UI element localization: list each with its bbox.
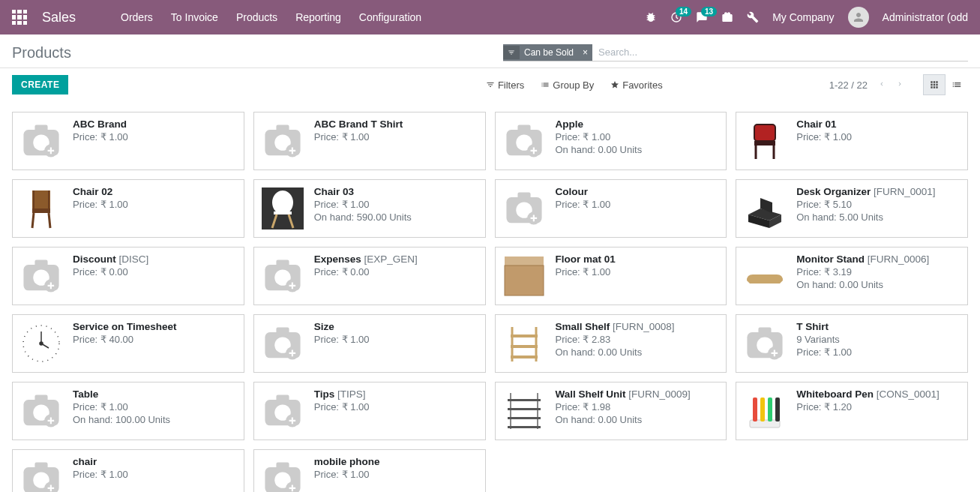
pager-prev[interactable] [875,76,889,94]
product-body: Floor mat 01Price: ₹ 1.00 [556,254,721,298]
svg-rect-31 [511,345,538,348]
product-card[interactable]: mobile phonePrice: ₹ 1.00 [253,449,486,492]
product-thumbnail [742,254,787,298]
product-title: Table [73,388,238,400]
product-card[interactable]: Whiteboard Pen [CONS_0001]Price: ₹ 1.20 [736,382,968,440]
product-card[interactable]: Chair 03Price: ₹ 1.00On hand: 590.00 Uni… [253,179,486,238]
product-card[interactable]: Service on TimesheetPrice: ₹ 40.00 [12,314,244,373]
product-title: Floor mat 01 [556,254,721,265]
product-card[interactable]: Chair 01Price: ₹ 1.00 [736,112,968,170]
product-price: Price: ₹ 1.00 [73,199,238,210]
product-body: TablePrice: ₹ 1.00On hand: 100.00 Units [73,388,238,434]
svg-line-26 [41,344,49,348]
product-price: Price: ₹ 1.00 [314,401,479,412]
product-thumbnail [19,254,64,298]
product-thumbnail [260,254,305,298]
menu-to-invoice[interactable]: To Invoice [171,11,218,23]
pager-text: 1-22 / 22 [829,80,868,91]
list-view-button[interactable] [946,74,968,95]
product-sku: [TIPS] [334,388,365,400]
product-card[interactable]: Expenses [EXP_GEN]Price: ₹ 0.00 [253,247,486,305]
user-avatar[interactable] [848,7,869,28]
product-price: Price: ₹ 0.00 [314,266,479,278]
product-card[interactable]: Tips [TIPS]Price: ₹ 1.00 [253,382,486,440]
create-button[interactable]: CREATE [12,75,68,94]
product-thumbnail [260,118,305,164]
top-navbar: Sales Orders To Invoice Products Reporti… [0,0,980,34]
activity-icon[interactable]: 14 [670,11,682,23]
product-thumbnail [742,321,787,366]
gift-icon[interactable] [721,11,733,23]
pager: 1-22 / 22 [829,76,907,94]
favorites-button[interactable]: Favorites [610,80,662,91]
product-body: Service on TimesheetPrice: ₹ 40.00 [73,321,238,366]
product-body: Chair 01Price: ₹ 1.00 [796,118,961,164]
product-card[interactable]: ABC BrandPrice: ₹ 1.00 [12,112,244,170]
filter-chip-close[interactable]: × [578,47,592,58]
product-title: T Shirt [796,321,961,332]
kanban-view-button[interactable] [923,74,946,95]
svg-rect-38 [508,426,541,428]
bug-icon[interactable] [645,11,657,23]
product-body: Chair 02Price: ₹ 1.00 [73,186,238,231]
product-sku: [FURN_0006] [865,254,929,265]
product-title: Chair 01 [796,118,961,130]
company-name[interactable]: My Company [772,11,834,23]
product-card[interactable]: Discount [DISC]Price: ₹ 0.00 [12,247,244,305]
product-variants: 9 Variants [796,334,961,345]
brand[interactable]: Sales [42,10,76,26]
product-thumbnail [260,186,305,231]
chat-icon[interactable]: 13 [696,11,708,23]
menu-products[interactable]: Products [236,11,277,23]
product-thumbnail [260,456,305,492]
product-body: Tips [TIPS]Price: ₹ 1.00 [314,388,479,434]
product-card[interactable]: TablePrice: ₹ 1.00On hand: 100.00 Units [12,382,244,440]
product-card[interactable]: ColourPrice: ₹ 1.00 [495,179,727,238]
page-title: Products [12,44,71,62]
filters-button[interactable]: Filters [486,80,524,91]
svg-rect-1 [754,124,775,141]
svg-rect-21 [505,256,544,266]
svg-line-9 [49,213,50,228]
product-price: Price: ₹ 5.10 [796,199,961,210]
product-card[interactable]: Monitor Stand [FURN_0006]Price: ₹ 3.19On… [736,247,968,305]
product-sku: [FURN_0008] [610,321,674,332]
product-body: ColourPrice: ₹ 1.00 [556,186,721,231]
product-body: mobile phonePrice: ₹ 1.00 [314,456,479,492]
svg-rect-35 [508,399,541,401]
product-sku: [FURN_0001] [871,186,935,197]
menu-orders[interactable]: Orders [121,11,153,23]
menu-reporting[interactable]: Reporting [295,11,341,23]
product-title: Apple [556,118,721,130]
tools-icon[interactable] [747,11,759,23]
product-title: Wall Shelf Unit [FURN_0009] [556,388,721,400]
groupby-button[interactable]: Group By [541,80,594,91]
product-body: T Shirt9 VariantsPrice: ₹ 1.00 [796,321,961,366]
svg-rect-36 [508,408,541,410]
product-thumbnail [19,388,64,434]
product-body: chairPrice: ₹ 1.00 [73,456,238,492]
product-card[interactable]: Desk Organizer [FURN_0001]Price: ₹ 5.10O… [736,179,968,238]
product-price: Price: ₹ 1.00 [73,469,238,480]
pager-next[interactable] [893,76,907,94]
product-card[interactable]: ABC Brand T ShirtPrice: ₹ 1.00 [253,112,486,170]
svg-rect-22 [505,266,544,296]
svg-point-13 [272,190,293,214]
product-card[interactable]: T Shirt9 VariantsPrice: ₹ 1.00 [736,314,968,373]
product-card[interactable]: Small Shelf [FURN_0008]Price: ₹ 2.83On h… [495,314,727,373]
search-input[interactable] [592,44,968,61]
product-card[interactable]: Wall Shelf Unit [FURN_0009]Price: ₹ 1.98… [495,382,727,440]
product-card[interactable]: SizePrice: ₹ 1.00 [253,314,486,373]
product-card[interactable]: chairPrice: ₹ 1.00 [12,449,244,492]
product-onhand: On hand: 0.00 Units [796,279,961,290]
product-title: Size [314,321,479,332]
activity-badge: 14 [676,7,691,16]
product-card[interactable]: Floor mat 01Price: ₹ 1.00 [495,247,727,305]
product-thumbnail [742,118,787,164]
apps-icon[interactable] [12,10,27,25]
product-card[interactable]: ApplePrice: ₹ 1.00On hand: 0.00 Units [495,112,727,170]
product-title: Service on Timesheet [73,321,238,332]
product-card[interactable]: Chair 02Price: ₹ 1.00 [12,179,244,238]
menu-configuration[interactable]: Configuration [359,11,421,23]
user-name[interactable]: Administrator (odd [883,11,968,23]
